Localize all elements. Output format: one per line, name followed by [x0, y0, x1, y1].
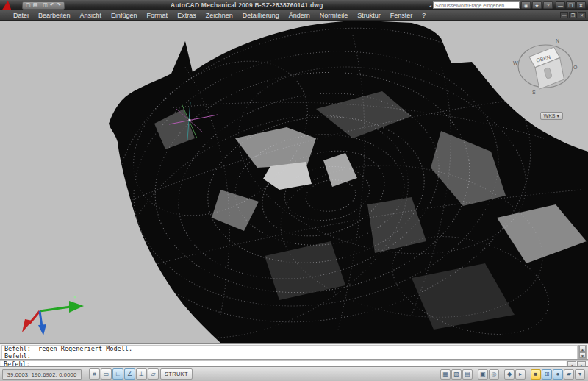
infocenter-collapse-icon[interactable]: ◂: [429, 3, 431, 8]
favorites-star-icon[interactable]: ★: [532, 1, 542, 9]
snap-toggle-icon[interactable]: #: [89, 368, 100, 380]
status-menu-icon[interactable]: ▾: [575, 369, 585, 380]
app-window-controls: — ❐ ✕: [556, 1, 586, 9]
viewcube[interactable]: N O S W OBEN: [512, 28, 579, 110]
ucs-axes-icon: [16, 291, 90, 338]
plot-icon[interactable]: ◫: [43, 1, 48, 9]
menu-bar: Datei Bearbeiten Ansicht Einfügen Format…: [0, 10, 588, 21]
menu-bearbeiten[interactable]: Bearbeiten: [38, 12, 71, 19]
viewcube-cube[interactable]: OBEN: [528, 46, 567, 90]
new-file-icon[interactable]: ▢: [26, 1, 31, 9]
compass-east-label: O: [573, 65, 578, 70]
command-window: Befehl: _regen Regeneriert Modell.Befehl…: [0, 343, 588, 366]
status-bar: 39.0003, 190.6902, 0.0000 # ▭ ∟ ∠ ⊥ ▱ ST…: [0, 366, 588, 381]
menu-zeichnen[interactable]: Zeichnen: [206, 12, 233, 19]
ucs-y-axis-arrow: [69, 301, 84, 313]
pan-icon[interactable]: ▣: [478, 369, 488, 380]
status-right-cluster: ▦ ▧ ▤ ▣ ◎ ◆ ▸ ■ ⊞ ● ▰ ▾: [440, 369, 585, 380]
polar-toggle-icon[interactable]: ∠: [124, 368, 135, 380]
menu-datei[interactable]: Datei: [13, 12, 29, 19]
quick-access-toolbar: ▢ ▤ ◫ ↶ ↷: [22, 1, 65, 10]
doc-close-button[interactable]: ✕: [578, 12, 586, 18]
autocad-logo-icon[interactable]: [1, 1, 13, 10]
grid-toggle-icon[interactable]: ▭: [101, 368, 112, 380]
help-icon[interactable]: ?: [543, 1, 553, 9]
autocad-window: ▢ ▤ ◫ ↶ ↷ AutoCAD Mechanical 2009 B-SZ-2…: [0, 0, 588, 381]
menu-extras[interactable]: Extras: [177, 12, 196, 19]
command-history-line: Befehl: _regen Regeneriert Modell.: [4, 345, 132, 352]
menu-struktur[interactable]: Struktur: [357, 12, 381, 19]
show-motion-icon[interactable]: ▸: [515, 369, 526, 380]
steering-wheel-icon[interactable]: ◆: [504, 369, 514, 380]
ucs-x-axis-arrow: [22, 319, 32, 332]
menu-hilfe[interactable]: ?: [422, 12, 426, 19]
osnap-toggle-icon[interactable]: ⊥: [136, 368, 147, 380]
ortho-toggle-icon[interactable]: ∟: [112, 368, 123, 380]
redo-icon[interactable]: ↷: [57, 1, 61, 9]
menu-einfuegen[interactable]: Einfügen: [111, 12, 137, 19]
zoom-icon[interactable]: ◎: [489, 369, 499, 380]
search-input[interactable]: [433, 1, 520, 9]
close-button[interactable]: ✕: [576, 1, 586, 9]
quick-view-drawings-icon[interactable]: ▤: [462, 369, 473, 380]
annotation-scale-icon[interactable]: ■: [531, 369, 541, 380]
scroll-down-icon[interactable]: ▼: [579, 352, 586, 358]
scroll-up-icon[interactable]: ▲: [579, 346, 586, 352]
model-space-icon[interactable]: ▦: [440, 369, 451, 380]
menu-normteile[interactable]: Normteile: [320, 12, 348, 19]
compass-west-label: W: [513, 60, 518, 65]
open-file-icon[interactable]: ▤: [33, 1, 38, 9]
compass-south-label: S: [532, 90, 536, 95]
menu-format[interactable]: Format: [147, 12, 168, 19]
doc-minimize-button[interactable]: —: [560, 12, 568, 18]
strukt-button[interactable]: STRUKT: [160, 368, 193, 380]
menu-ansicht[interactable]: Ansicht: [80, 12, 102, 19]
ucs-z-axis-arrow: [38, 324, 46, 335]
command-scrollbar[interactable]: ▲ ▼: [578, 345, 587, 359]
undo-icon[interactable]: ↶: [50, 1, 54, 9]
menu-fenster[interactable]: Fenster: [390, 12, 413, 19]
window-title: AutoCAD Mechanical 2009 B-SZ-2838760141.…: [65, 1, 429, 9]
document-window-controls: — ❐ ✕: [560, 12, 586, 18]
drafting-toggles: # ▭ ∟ ∠ ⊥ ▱: [89, 368, 159, 380]
annotation-autoscale-icon[interactable]: ●: [553, 369, 563, 380]
command-history[interactable]: Befehl: _regen Regeneriert Modell.Befehl…: [1, 345, 578, 359]
toolbar-separator: [40, 2, 40, 8]
annotation-visibility-icon[interactable]: ⊞: [542, 369, 552, 380]
drawing-viewport[interactable]: N O S W OBEN WKS ▾: [0, 21, 588, 343]
menu-items: Datei Bearbeiten Ansicht Einfügen Format…: [13, 12, 560, 19]
minimize-button[interactable]: —: [556, 1, 565, 9]
search-icon[interactable]: ◉: [521, 1, 531, 9]
restore-button[interactable]: ❐: [566, 1, 576, 9]
command-history-line: Befehl:: [4, 352, 31, 360]
dyn-ucs-toggle-icon[interactable]: ▱: [148, 368, 159, 380]
wcs-dropdown-button[interactable]: WKS ▾: [540, 112, 563, 120]
infocenter: ◂ ◉ ★ ?: [429, 1, 553, 9]
menu-detaillierung[interactable]: Detaillierung: [243, 12, 279, 19]
title-bar: ▢ ▤ ◫ ↶ ↷ AutoCAD Mechanical 2009 B-SZ-2…: [0, 0, 588, 10]
workspace-lock-icon[interactable]: ▰: [564, 369, 574, 380]
chevron-down-icon: ▾: [556, 113, 559, 118]
menu-aendern[interactable]: Ändern: [289, 12, 310, 19]
coordinate-readout[interactable]: 39.0003, 190.6902, 0.0000: [2, 369, 82, 380]
compass-north-label: N: [556, 38, 559, 43]
doc-restore-button[interactable]: ❐: [569, 12, 577, 18]
quick-view-layouts-icon[interactable]: ▧: [451, 369, 462, 380]
